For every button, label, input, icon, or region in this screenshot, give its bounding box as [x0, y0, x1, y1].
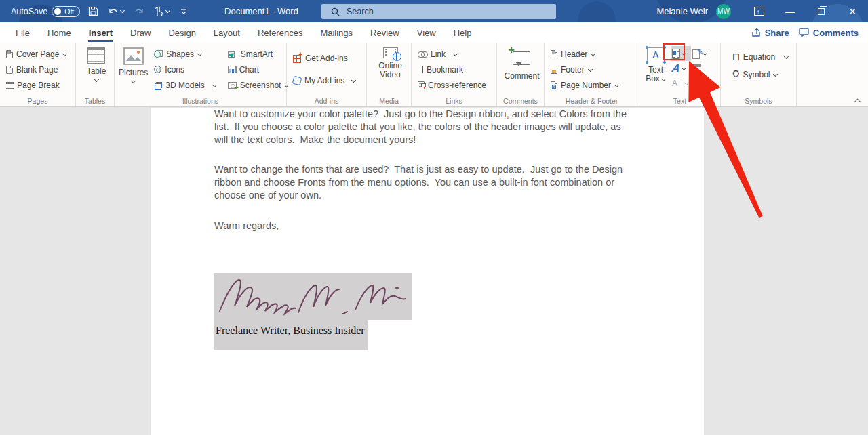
table-button[interactable]: Table: [87, 46, 106, 82]
tab-help[interactable]: Help: [445, 22, 481, 43]
touch-mode-chevron-icon[interactable]: [165, 9, 170, 14]
touch-pointer-icon: [154, 6, 163, 16]
undo-dropdown-chevron-icon[interactable]: [120, 9, 125, 14]
chevron-down-icon: [684, 81, 689, 85]
autosave-toggle[interactable]: AutoSave Off: [11, 6, 80, 17]
cross-reference-icon: [418, 81, 425, 89]
smartart-button[interactable]: SmartArt: [226, 46, 292, 62]
bookmark-button[interactable]: Bookmark: [416, 62, 488, 77]
screenshot-button[interactable]: Screenshot: [226, 77, 292, 93]
customize-quick-access-toolbar-button[interactable]: [178, 3, 189, 20]
undo-button[interactable]: [106, 3, 126, 20]
ribbon-display-options-button[interactable]: [743, 0, 774, 22]
chevron-down-icon: [703, 51, 707, 56]
tab-mailings[interactable]: Mailings: [311, 22, 361, 43]
date-time-button[interactable]: [691, 61, 711, 76]
icons-label: Icons: [165, 65, 184, 75]
ribbon-display-options-icon: [754, 7, 764, 16]
group-label-comments: Comments: [497, 96, 544, 106]
share-button[interactable]: Share: [751, 28, 789, 38]
get-addins-button[interactable]: Get Add-ins: [291, 50, 358, 66]
blank-page-label: Blank Page: [16, 65, 58, 75]
3d-models-label: 3D Models: [165, 81, 204, 90]
collapse-ribbon-chevron-icon[interactable]: [854, 98, 861, 104]
group-addins: Get Add-ins My Add-ins Add-ins: [287, 43, 367, 106]
tab-insert[interactable]: Insert: [80, 22, 121, 43]
chevron-down-icon: [453, 52, 458, 56]
restore-button[interactable]: [806, 0, 837, 22]
header-button[interactable]: Header: [549, 46, 621, 62]
cover-page-label: Cover Page: [16, 49, 59, 59]
redo-button[interactable]: [133, 3, 146, 20]
blank-page-button[interactable]: Blank Page: [4, 62, 69, 77]
text-box-button[interactable]: A Text Box: [644, 46, 668, 83]
restore-icon: [818, 8, 825, 15]
table-icon: [87, 47, 105, 64]
get-addins-label: Get Add-ins: [305, 54, 348, 63]
icons-button[interactable]: Icons: [152, 62, 218, 77]
tab-review[interactable]: Review: [361, 22, 408, 43]
tab-design[interactable]: Design: [159, 22, 204, 43]
save-button[interactable]: [87, 3, 100, 20]
page-break-button[interactable]: Page Break: [4, 77, 69, 93]
signature-caption-block[interactable]: Freelance Writer, Business Insider: [214, 320, 368, 350]
symbol-button[interactable]: ΩSymbol: [730, 66, 791, 82]
link-button[interactable]: Link: [416, 46, 488, 62]
equation-button[interactable]: ΠEquation: [730, 49, 791, 64]
user-name[interactable]: Melanie Weir: [656, 6, 708, 16]
redo-icon: [134, 7, 144, 16]
group-text: A Text Box A A Text: [639, 43, 721, 106]
footer-icon: [551, 66, 557, 74]
ribbon-insert: Cover Page Blank Page Page Break Pages T…: [0, 43, 868, 107]
signature-block[interactable]: Freelance Writer, Business Insider: [214, 273, 412, 350]
group-label-symbols: Symbols: [721, 96, 796, 106]
search-input[interactable]: Search: [321, 4, 556, 19]
signature-image[interactable]: [214, 273, 412, 320]
text-box-label2: Box: [646, 75, 660, 83]
close-button[interactable]: ✕: [837, 0, 868, 22]
touch-mouse-mode-button[interactable]: [153, 3, 172, 20]
comments-button[interactable]: Comments: [799, 28, 859, 38]
tab-draw[interactable]: Draw: [121, 22, 159, 43]
object-button[interactable]: [691, 76, 711, 91]
group-label-addins: Add-ins: [287, 96, 366, 106]
group-pages: Cover Page Blank Page Page Break Pages: [0, 43, 76, 106]
user-avatar[interactable]: MW: [716, 4, 731, 19]
page-number-label: Page Number: [561, 81, 611, 90]
quick-parts-button[interactable]: [671, 46, 691, 61]
signature-line-icon: [692, 49, 701, 58]
online-video-icon: [383, 47, 398, 58]
header-icon: [551, 50, 557, 58]
chevron-down-icon: [702, 81, 707, 85]
tab-layout[interactable]: Layout: [205, 22, 249, 43]
quick-access-toolbar: AutoSave Off: [0, 3, 189, 20]
pictures-button[interactable]: Pictures: [119, 46, 148, 83]
cover-page-button[interactable]: Cover Page: [4, 46, 69, 62]
comment-button[interactable]: Comment: [504, 46, 539, 81]
footer-button[interactable]: Footer: [549, 62, 621, 77]
chart-button[interactable]: Chart: [226, 62, 292, 77]
shapes-button[interactable]: Shapes: [152, 46, 218, 62]
tab-file[interactable]: File: [7, 22, 39, 43]
group-label-pages: Pages: [0, 96, 75, 106]
tab-references[interactable]: References: [249, 22, 311, 43]
cross-reference-button[interactable]: Cross-reference: [416, 77, 488, 93]
pictures-label: Pictures: [119, 68, 148, 77]
online-video-button[interactable]: Online Video: [378, 46, 402, 79]
signature-caption: Freelance Writer, Business Insider: [216, 325, 365, 336]
my-addins-button[interactable]: My Add-ins: [291, 72, 358, 88]
page-number-button[interactable]: Page Number: [549, 77, 621, 93]
tab-home[interactable]: Home: [39, 22, 80, 43]
chevron-down-icon: [773, 72, 778, 77]
minimize-button[interactable]: —: [774, 0, 806, 22]
drop-cap-button[interactable]: A: [671, 76, 691, 91]
3d-models-button[interactable]: 3D Models: [152, 77, 218, 93]
tab-view[interactable]: View: [408, 22, 445, 43]
wordart-button[interactable]: A: [671, 61, 691, 76]
comment-icon: [513, 51, 530, 65]
document-page[interactable]: Want to customize your color palette? Ju…: [151, 108, 704, 435]
signature-line-button[interactable]: [691, 46, 711, 61]
handwritten-signature-icon: [214, 273, 412, 320]
link-label: Link: [431, 49, 446, 59]
autosave-pill[interactable]: Off: [52, 6, 80, 17]
